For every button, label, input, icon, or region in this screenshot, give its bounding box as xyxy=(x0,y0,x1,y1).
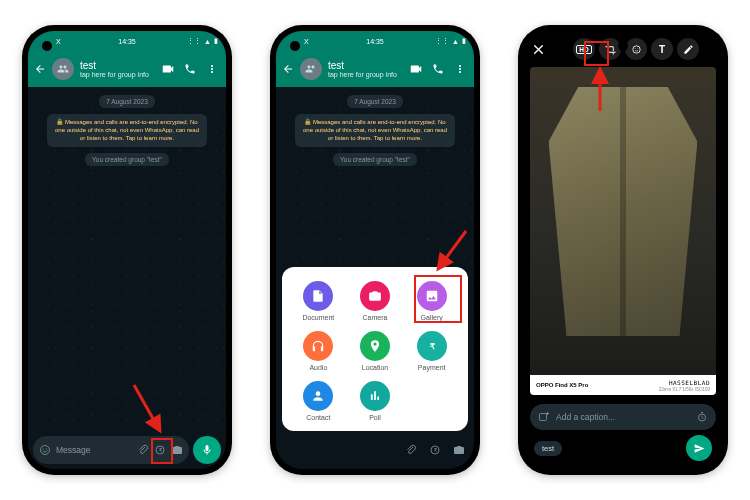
chat-title: test xyxy=(328,61,402,71)
document-icon xyxy=(311,289,325,303)
chat-title-block[interactable]: test tap here for group info xyxy=(80,61,154,78)
camera-button[interactable] xyxy=(453,444,465,456)
group-icon xyxy=(305,63,317,75)
emoji-button[interactable] xyxy=(39,444,51,456)
rupee-button[interactable]: ₹ xyxy=(154,444,166,456)
phone-frame-3: HD T OPPO Find X5 Pro HASSELBLAD 23mm f/… xyxy=(518,25,728,475)
back-button[interactable] xyxy=(34,63,46,75)
chat-header: test tap here for group info xyxy=(28,51,226,87)
svg-point-11 xyxy=(634,48,635,49)
encryption-notice[interactable]: 🔒 Messages and calls are end-to-end encr… xyxy=(295,114,455,147)
send-button[interactable] xyxy=(686,435,712,461)
input-icons-collapsed: ₹ xyxy=(281,436,469,464)
close-button[interactable] xyxy=(532,43,552,56)
caption-placeholder: Add a caption... xyxy=(556,412,690,422)
attach-button[interactable] xyxy=(405,444,417,456)
more-menu-button[interactable] xyxy=(452,63,468,75)
system-message: You created group "test" xyxy=(333,153,417,166)
draw-button[interactable] xyxy=(677,38,699,60)
attach-location[interactable]: Location xyxy=(360,331,390,371)
rupee-button[interactable]: ₹ xyxy=(429,444,441,456)
battery-icon: ▮ xyxy=(214,37,218,45)
group-avatar[interactable] xyxy=(300,58,322,80)
recipient-chip[interactable]: test xyxy=(534,441,562,456)
message-placeholder: Message xyxy=(56,445,132,455)
voice-call-button[interactable] xyxy=(430,63,446,75)
svg-point-2 xyxy=(46,448,47,449)
close-icon xyxy=(532,43,545,56)
paperclip-icon xyxy=(405,444,417,456)
attach-document[interactable]: Document xyxy=(302,281,334,321)
headphones-icon xyxy=(311,339,325,353)
camera-button[interactable] xyxy=(171,444,183,456)
camera-icon xyxy=(453,444,465,456)
camera-punch-hole xyxy=(290,41,300,51)
attach-button[interactable] xyxy=(137,444,149,456)
sticker-button[interactable] xyxy=(625,38,647,60)
back-button[interactable] xyxy=(282,63,294,75)
person-icon xyxy=(311,389,325,403)
attachment-sheet: Document Camera Gallery Audio xyxy=(282,267,468,431)
voice-record-button[interactable] xyxy=(193,436,221,464)
sticker-icon xyxy=(631,44,642,55)
camera-meta: 23mm f/1.7 1/50s ISO100 xyxy=(659,387,710,392)
status-x-icon: X xyxy=(56,38,61,45)
caption-input[interactable]: Add a caption... xyxy=(530,404,716,430)
image-footer: OPPO Find X5 Pro HASSELBLAD 23mm f/1.7 1… xyxy=(530,375,716,395)
status-time: 14:35 xyxy=(366,38,384,45)
chat-title-block[interactable]: test tap here for group info xyxy=(328,61,402,78)
attach-payment[interactable]: ₹ Payment xyxy=(417,331,447,371)
attach-audio[interactable]: Audio xyxy=(303,331,333,371)
jacket-photo xyxy=(549,87,698,336)
screen-3: HD T OPPO Find X5 Pro HASSELBLAD 23mm f/… xyxy=(524,31,722,469)
signal-icon: ▲ xyxy=(452,38,459,45)
attach-contact[interactable]: Contact xyxy=(303,381,333,421)
video-call-button[interactable] xyxy=(160,62,176,76)
pencil-icon xyxy=(683,44,694,55)
chat-title: test xyxy=(80,61,154,71)
voice-call-button[interactable] xyxy=(182,63,198,75)
svg-point-10 xyxy=(632,45,639,52)
attach-camera[interactable]: Camera xyxy=(360,281,390,321)
text-button[interactable]: T xyxy=(651,38,673,60)
message-input-bar: ₹ xyxy=(281,436,469,464)
status-time: 14:35 xyxy=(118,38,136,45)
image-preview[interactable]: OPPO Find X5 Pro HASSELBLAD 23mm f/1.7 1… xyxy=(530,67,716,395)
camera-icon xyxy=(171,444,183,456)
rupee-icon: ₹ xyxy=(425,339,439,353)
add-photo-icon xyxy=(538,411,550,423)
hd-toggle-button[interactable]: HD xyxy=(573,38,595,60)
encryption-notice[interactable]: 🔒 Messages and calls are end-to-end encr… xyxy=(47,114,207,147)
screen-1: 14:35 X ⋮⋮ ▲ ▮ test tap here for group i… xyxy=(28,31,226,469)
svg-text:₹: ₹ xyxy=(159,448,162,453)
screen-2: 14:35 X ⋮⋮ ▲ ▮ test tap here for group i… xyxy=(276,31,474,469)
status-bar: 14:35 X ⋮⋮ ▲ ▮ xyxy=(276,31,474,51)
status-x-icon: X xyxy=(304,38,309,45)
group-avatar[interactable] xyxy=(52,58,74,80)
emoji-icon xyxy=(39,444,51,456)
more-menu-button[interactable] xyxy=(204,63,220,75)
chat-subtitle: tap here for group info xyxy=(80,71,154,78)
caption-row: Add a caption... xyxy=(524,399,722,435)
battery-icon: ▮ xyxy=(462,37,466,45)
date-pill: 7 August 2023 xyxy=(99,95,155,108)
chat-subtitle: tap here for group info xyxy=(328,71,402,78)
video-call-button[interactable] xyxy=(408,62,424,76)
rupee-icon: ₹ xyxy=(429,444,441,456)
chat-body[interactable]: 7 August 2023 🔒 Messages and calls are e… xyxy=(28,87,226,435)
message-input[interactable]: Message ₹ xyxy=(33,436,189,464)
more-icon xyxy=(206,63,218,75)
svg-point-12 xyxy=(637,48,638,49)
back-arrow-icon xyxy=(34,63,46,75)
chat-header: test tap here for group info xyxy=(276,51,474,87)
svg-text:₹: ₹ xyxy=(429,342,434,351)
crop-rotate-button[interactable] xyxy=(599,38,621,60)
phone-icon xyxy=(184,63,196,75)
attach-poll[interactable]: Poll xyxy=(360,381,390,421)
date-pill: 7 August 2023 xyxy=(347,95,403,108)
attach-gallery[interactable]: Gallery xyxy=(417,281,447,321)
more-icon xyxy=(454,63,466,75)
text-icon: T xyxy=(659,44,665,55)
phone-frame-1: 14:35 X ⋮⋮ ▲ ▮ test tap here for group i… xyxy=(22,25,232,475)
device-label: OPPO Find X5 Pro xyxy=(536,382,588,388)
